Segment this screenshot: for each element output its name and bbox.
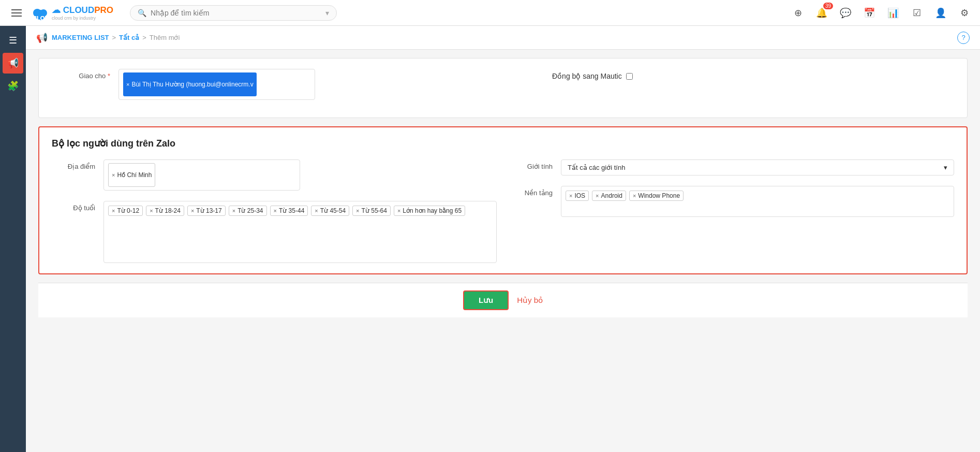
top-nav: CLOUD CLOUD ☁ CLOUDPRO cloud crm by indu… — [0, 0, 980, 26]
user-button[interactable]: 👤 — [933, 6, 948, 20]
gender-value: Tất cả các giới tính — [568, 164, 625, 171]
save-button[interactable]: Lưu — [463, 290, 509, 310]
platform-tag-ios: × IOS — [566, 191, 589, 201]
age-55-64-label: Từ 55-64 — [362, 207, 387, 214]
platform-tag-input[interactable]: × IOS × Android × Window — [561, 186, 954, 217]
age-55-64-remove[interactable]: × — [356, 208, 359, 214]
age-45-54-label: Từ 45-54 — [320, 207, 346, 214]
location-tag-input[interactable]: × Hồ Chí Minh — [103, 159, 300, 191]
platform-row: Nền tảng × IOS × Android — [509, 186, 954, 217]
breadcrumb-sep1: > — [112, 34, 116, 41]
add-icon: ⊕ — [794, 7, 802, 19]
age-25-34-remove[interactable]: × — [232, 208, 235, 214]
settings-button[interactable]: ⚙ — [957, 6, 972, 20]
age-35-44-remove[interactable]: × — [274, 208, 277, 214]
chart-icon: 📊 — [887, 7, 899, 19]
assign-label: Giao cho * — [51, 69, 118, 80]
sidebar-item-marketing[interactable]: 📢 — [3, 53, 23, 74]
platform-android-remove[interactable]: × — [596, 193, 599, 199]
age-35-44-label: Từ 35-44 — [279, 207, 304, 214]
location-hcm-label: Hồ Chí Minh — [117, 171, 152, 179]
add-button[interactable]: ⊕ — [791, 6, 805, 20]
nav-icons: ⊕ 🔔 39 💬 📅 📊 ☑ 👤 ⚙ — [791, 6, 972, 20]
help-button[interactable]: ? — [957, 32, 970, 44]
sidebar-item-menu[interactable]: ☰ — [3, 30, 23, 51]
gender-label: Giới tính — [509, 159, 561, 170]
platform-tag-android: × Android — [592, 191, 626, 201]
notification-button[interactable]: 🔔 39 — [814, 6, 829, 20]
sync-mautic-row: Đồng bộ sang Mautic — [552, 69, 955, 80]
gender-field: Tất cả các giới tính ▾ — [561, 159, 954, 176]
assign-section: Giao cho * × Bùi Thị Thu Hường (huong.bu… — [38, 58, 968, 118]
age-0-12-label: Từ 0-12 — [117, 207, 139, 214]
sync-mautic-checkbox[interactable] — [626, 73, 633, 80]
breadcrumb-sep2: > — [142, 34, 146, 41]
main-layout: ☰ 📢 🧩 📢 MARKETING LIST > Tất cả > Thêm m… — [0, 26, 980, 452]
age-tag-35-44: × Từ 35-44 — [270, 206, 308, 216]
logo: CLOUD CLOUD ☁ CLOUDPRO cloud crm by indu… — [31, 4, 113, 22]
search-icon: 🔍 — [138, 9, 146, 17]
logo-pro-text: PRO — [94, 5, 113, 16]
sync-mautic-label: Đồng bộ sang Mautic — [552, 72, 622, 80]
search-dropdown-icon[interactable]: ▾ — [325, 9, 329, 17]
calendar-button[interactable]: 📅 — [862, 6, 877, 20]
age-18-24-label: Từ 18-24 — [155, 207, 181, 214]
search-bar[interactable]: 🔍 ▾ — [130, 5, 337, 21]
assignee-remove-icon[interactable]: × — [126, 81, 129, 88]
age-45-54-remove[interactable]: × — [315, 208, 318, 214]
assign-tag-input[interactable]: × Bùi Thị Thu Hường (huong.bui@onlinecrm… — [118, 69, 315, 100]
marketing-icon: 📢 — [36, 32, 48, 43]
svg-text:CLOUD: CLOUD — [33, 15, 50, 21]
breadcrumb-root[interactable]: MARKETING LIST — [52, 34, 109, 41]
breadcrumb-level2: Thêm mới — [150, 34, 180, 41]
location-tag-hcm: × Hồ Chí Minh — [108, 163, 155, 187]
logo-subtitle: cloud crm by industry — [52, 16, 113, 21]
age-65-plus-remove[interactable]: × — [397, 208, 400, 214]
age-label: Độ tuổi — [52, 201, 103, 212]
cancel-button[interactable]: Hủy bỏ — [517, 296, 543, 305]
logo-cloud-text: ☁ CLOUD — [52, 5, 94, 16]
filter-grid: Địa điểm × Hồ Chí Minh — [52, 159, 954, 263]
age-row: Độ tuổi × Từ 0-12 × Từ 18-24 — [52, 201, 497, 263]
age-0-12-remove[interactable]: × — [112, 208, 115, 214]
age-tag-65-plus: × Lớn hơn hay bằng 65 — [394, 206, 465, 216]
platform-tag-windowphone: × Window Phone — [629, 191, 684, 201]
age-tag-25-34: × Từ 25-34 — [229, 206, 267, 216]
breadcrumb-level1[interactable]: Tất cả — [119, 34, 139, 41]
location-field: × Hồ Chí Minh — [103, 159, 497, 191]
age-13-17-remove[interactable]: × — [191, 208, 194, 214]
age-field: × Từ 0-12 × Từ 18-24 × T — [103, 201, 497, 263]
chart-button[interactable]: 📊 — [886, 6, 900, 20]
tasks-button[interactable]: ☑ — [910, 6, 924, 20]
cloud-logo-icon: CLOUD CLOUD — [31, 4, 50, 22]
hamburger-button[interactable] — [8, 5, 25, 21]
filter-title: Bộ lọc người dùng trên Zalo — [52, 138, 954, 149]
tasks-icon: ☑ — [913, 7, 921, 19]
sub-nav: 📢 MARKETING LIST > Tất cả > Thêm mới ? — [26, 26, 980, 50]
platform-windowphone-label: Window Phone — [638, 192, 680, 199]
location-hcm-remove[interactable]: × — [112, 172, 115, 178]
age-tag-55-64: × Từ 55-64 — [352, 206, 391, 216]
sidebar-item-plugins[interactable]: 🧩 — [3, 76, 23, 96]
age-tag-18-24: × Từ 18-24 — [146, 206, 184, 216]
search-input[interactable] — [151, 9, 321, 17]
gender-select[interactable]: Tất cả các giới tính ▾ — [561, 159, 954, 176]
age-tag-13-17: × Từ 13-17 — [187, 206, 226, 216]
settings-icon: ⚙ — [960, 7, 969, 19]
user-icon: 👤 — [935, 7, 946, 19]
assignee-tag: × Bùi Thị Thu Hường (huong.bui@onlinecrm… — [123, 72, 257, 96]
platform-ios-remove[interactable]: × — [569, 193, 572, 199]
age-18-24-remove[interactable]: × — [150, 208, 153, 214]
age-tag-0-12: × Từ 0-12 — [108, 206, 143, 216]
age-tag-input[interactable]: × Từ 0-12 × Từ 18-24 × T — [103, 201, 497, 263]
chat-button[interactable]: 💬 — [838, 6, 853, 20]
platform-windowphone-remove[interactable]: × — [633, 193, 636, 199]
form-area: Giao cho * × Bùi Thị Thu Hường (huong.bu… — [26, 50, 980, 326]
platform-field: × IOS × Android × Window — [561, 186, 954, 217]
required-mark: * — [108, 72, 110, 80]
filter-section: Bộ lọc người dùng trên Zalo Địa điểm × — [38, 126, 968, 274]
calendar-icon: 📅 — [864, 7, 875, 19]
location-label: Địa điểm — [52, 159, 103, 170]
filter-right-col: Giới tính Tất cả các giới tính ▾ Nền tản… — [509, 159, 954, 263]
assign-row: Giao cho * × Bùi Thị Thu Hường (huong.bu… — [51, 69, 955, 100]
